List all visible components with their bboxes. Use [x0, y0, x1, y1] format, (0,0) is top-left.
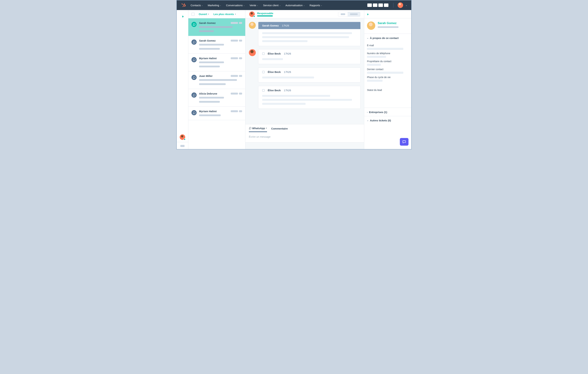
sort-dropdown[interactable]: Les plus récents▼	[213, 13, 236, 16]
filter-status[interactable]: Ouvert▼	[199, 13, 209, 16]
field-value	[367, 48, 403, 50]
user-avatar[interactable]	[398, 2, 403, 8]
expand-rail-icon[interactable]: ››	[182, 14, 183, 19]
whatsapp-icon	[191, 40, 197, 45]
message-sender: Élise Beck	[268, 89, 281, 92]
field-label: Numéro de téléphone	[367, 52, 409, 55]
message-sender: Élise Beck	[268, 52, 281, 55]
message-time: 17h26	[282, 24, 289, 27]
field-value	[367, 56, 386, 58]
nav-action-1[interactable]	[367, 3, 372, 7]
nav-conversations[interactable]: Conversations⌄	[226, 4, 245, 7]
inbox-panel: Ouvert▼ Les plus récents▼ Sarah Gomez	[188, 10, 245, 149]
field-value	[367, 64, 381, 66]
nav-action-4[interactable]	[384, 3, 388, 7]
left-rail: ››	[177, 10, 188, 149]
message-card[interactable]: Élise Beck17h26	[258, 67, 361, 82]
field-label: Propriétaire du contact	[367, 60, 409, 63]
field-label: Dernier contact	[367, 68, 409, 71]
message-sender: Élise Beck	[268, 70, 281, 73]
chat-fab-button[interactable]	[400, 138, 409, 146]
nav-marketing[interactable]: Marketing⌄	[208, 4, 221, 7]
nav-automatisation[interactable]: Automatisation⌄	[285, 4, 305, 7]
inbox-item[interactable]: Alicia Debrune	[188, 89, 245, 107]
contact-name[interactable]: Sarah Gomez	[378, 22, 399, 25]
select-all-checkbox[interactable]	[191, 13, 195, 16]
message-sender: Sarah Gomez	[262, 24, 279, 27]
conversation-panel: Responsable Sarah Gomez17h26	[245, 10, 364, 149]
message-checkbox[interactable]	[262, 89, 265, 92]
tickets-section-toggle[interactable]: ⌄Autres tickets (0)	[364, 116, 411, 124]
whatsapp-icon	[191, 110, 197, 115]
nav-action-2[interactable]	[373, 3, 377, 7]
composer-input[interactable]: Écrire un message	[245, 132, 364, 143]
field-value	[367, 80, 383, 82]
field-label: Phase du cycle de vie	[367, 76, 409, 79]
chat-icon	[402, 140, 406, 143]
inbox-item[interactable]: Myriam Halimi	[188, 107, 245, 120]
rail-user-avatar[interactable]	[180, 134, 185, 140]
whatsapp-icon	[191, 92, 197, 98]
message-time: 17h26	[284, 52, 291, 55]
contact-details-panel: ›› Sarah Gomez ⌄À propos de ce contact E…	[364, 10, 411, 149]
user-menu-chevron-icon[interactable]: ⌄	[406, 4, 407, 6]
owner-label: Responsable	[257, 12, 273, 15]
field-value	[367, 72, 403, 74]
contact-avatar[interactable]	[367, 22, 375, 30]
whatsapp-icon	[191, 22, 197, 27]
nav-service-client[interactable]: Service client⌄	[263, 4, 281, 7]
message-composer: WhatsApp▼ Commentaire Écrire un message	[245, 124, 364, 149]
inbox-item-name: Myriam Halimi	[199, 110, 217, 113]
inbox-item[interactable]: Juan Miller	[188, 71, 245, 89]
message-card[interactable]: Sarah Gomez17h26	[258, 22, 361, 46]
whatsapp-icon	[191, 57, 197, 62]
hubspot-logo-icon	[181, 3, 186, 8]
nav-contacts[interactable]: Contacts⌄	[190, 4, 203, 7]
view-toggle[interactable]	[338, 12, 360, 17]
message-time: 17h26	[284, 89, 291, 92]
field-label: Statut du lead	[367, 89, 409, 91]
composer-footer	[245, 143, 364, 149]
nav-action-3[interactable]	[378, 3, 383, 7]
inbox-item[interactable]: Sarah Gomez	[188, 36, 245, 54]
whatsapp-icon	[249, 127, 252, 130]
inbox-item-name: Sarah Gomez	[199, 39, 216, 42]
contact-sub-placeholder	[378, 26, 399, 28]
owner-placeholder	[257, 15, 273, 16]
top-nav: Contacts⌄ Marketing⌄ Conversations⌄ Vent…	[177, 0, 411, 10]
about-section-toggle[interactable]: ⌄À propos de ce contact	[364, 34, 411, 42]
status-online-icon	[253, 15, 255, 17]
message-card[interactable]: Élise Beck17h26	[258, 86, 361, 109]
inbox-item-name: Alicia Debrune	[199, 92, 217, 95]
nav-rapports[interactable]: Rapports⌄	[310, 4, 322, 7]
field-label: E-mail	[367, 44, 409, 47]
collapse-details-icon[interactable]: ››	[367, 12, 368, 16]
owner-avatar[interactable]	[249, 11, 255, 17]
chevron-down-icon: ⌄	[367, 119, 368, 121]
inbox-item-name: Sarah Gomez	[199, 22, 216, 24]
inbox-item-name: Myriam Halimi	[199, 57, 217, 60]
message-time: 17h26	[284, 70, 291, 73]
composer-tab-whatsapp[interactable]: WhatsApp▼	[249, 127, 267, 132]
whatsapp-icon	[191, 75, 197, 80]
sender-avatar	[249, 22, 256, 29]
inbox-item[interactable]: Myriam Halimi	[188, 54, 245, 71]
sender-avatar	[249, 49, 256, 56]
status-online-icon	[184, 138, 186, 140]
nav-vente[interactable]: Vente⌄	[250, 4, 258, 7]
chevron-down-icon: ⌄	[367, 37, 368, 39]
rail-placeholder	[180, 145, 185, 147]
inbox-item-name: Juan Miller	[199, 75, 212, 77]
composer-tab-comment[interactable]: Commentaire	[271, 127, 288, 132]
companies-section-toggle[interactable]: ›Entreprises (1)	[364, 108, 411, 116]
chevron-right-icon: ›	[367, 111, 368, 113]
message-checkbox[interactable]	[262, 53, 265, 55]
message-card[interactable]: Élise Beck17h26	[258, 49, 361, 64]
message-checkbox[interactable]	[262, 71, 265, 73]
inbox-item[interactable]: Sarah Gomez	[188, 18, 245, 36]
